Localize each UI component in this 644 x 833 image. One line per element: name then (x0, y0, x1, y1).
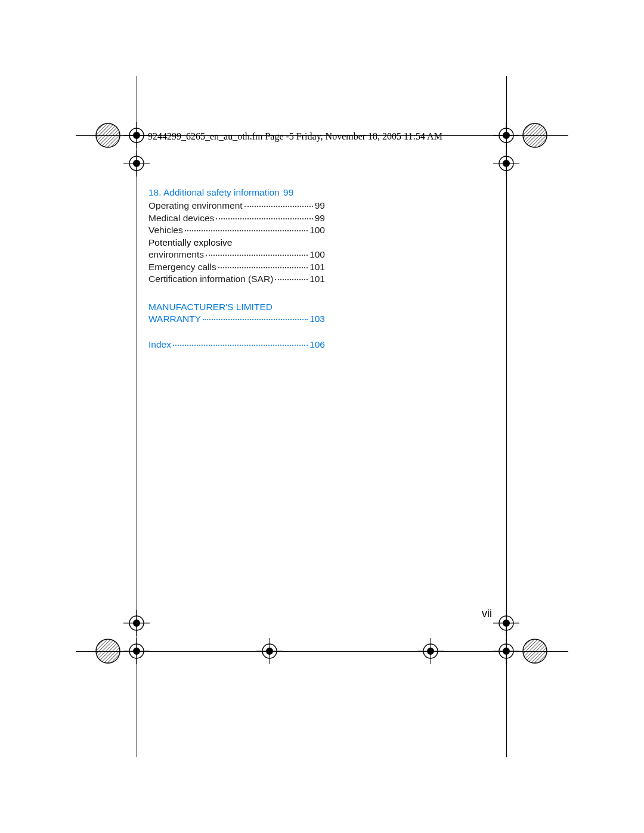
globe-mark-icon (95, 122, 121, 148)
registration-mark-icon (417, 638, 444, 664)
toc-warranty-label: WARRANTY (148, 313, 201, 325)
toc-index-entry: Index 106 (148, 339, 325, 351)
toc-entry-label: Certification information (SAR) (148, 273, 273, 285)
toc-section-page: 99 (283, 187, 293, 197)
toc-entry-page: 101 (309, 273, 325, 285)
svg-point-39 (427, 648, 434, 655)
svg-point-15 (503, 160, 510, 167)
toc-list: Operating environment99Medical devices99… (148, 200, 325, 285)
registration-mark-icon (493, 638, 519, 664)
toc-entry-page: 101 (309, 261, 325, 273)
toc-dots (244, 206, 313, 207)
toc-entry-page: 100 (309, 249, 325, 261)
toc-entry-page: 99 (315, 200, 325, 212)
toc-entry: Vehicles100 (148, 224, 325, 236)
svg-point-19 (133, 620, 140, 627)
svg-point-27 (503, 620, 510, 627)
toc-entry-label: Medical devices (148, 212, 214, 224)
toc-entry: Medical devices99 (148, 212, 325, 224)
toc-dots (203, 319, 308, 320)
toc-section-title: Additional safety information (163, 187, 280, 197)
svg-point-31 (503, 648, 510, 655)
toc-entry-label: Vehicles (148, 224, 183, 236)
registration-mark-icon (493, 610, 519, 636)
toc-warranty-line1: MANUFACTURER'S LIMITED (148, 301, 325, 313)
toc-entry-label: environments (148, 249, 204, 261)
svg-point-7 (133, 160, 140, 167)
globe-mark-icon (95, 638, 121, 664)
manual-page: 9244299_6265_en_au_oth.fm Page -5 Friday… (0, 0, 644, 833)
toc-dots (218, 267, 308, 268)
toc-entry: Emergency calls101 (148, 261, 325, 273)
toc-entry-label: Operating environment (148, 200, 243, 212)
toc-entry-label: Emergency calls (148, 261, 216, 273)
svg-point-23 (133, 648, 140, 655)
toc-entry: Operating environment99 (148, 200, 325, 212)
toc-entry-page: 99 (315, 212, 325, 224)
svg-point-35 (266, 648, 273, 655)
svg-point-11 (503, 132, 510, 139)
page-number: vii (482, 608, 492, 620)
toc-warranty-line2: WARRANTY 103 (148, 313, 325, 325)
toc-entry: Certification information (SAR)101 (148, 273, 325, 285)
svg-point-3 (133, 132, 140, 139)
toc-warranty-heading: MANUFACTURER'S LIMITED WARRANTY 103 (148, 301, 325, 326)
toc-dots (206, 255, 308, 256)
globe-mark-icon (522, 122, 548, 148)
globe-mark-icon (522, 638, 548, 664)
toc-entry-page: 100 (309, 224, 325, 236)
toc-dots (216, 218, 312, 219)
registration-mark-icon (493, 122, 519, 148)
toc-entry-label: Potentially explosive (148, 237, 325, 249)
registration-mark-icon (493, 150, 519, 176)
toc-section-heading: 18. Additional safety information 99 (148, 187, 325, 199)
registration-mark-icon (123, 610, 150, 636)
toc-index-label: Index (148, 339, 171, 351)
registration-mark-icon (123, 122, 150, 148)
toc-dots (173, 345, 308, 346)
toc-index-page: 106 (309, 339, 325, 351)
toc-dots (275, 279, 308, 280)
toc-entry: environments100 (148, 249, 325, 261)
toc-section-number: 18. (148, 187, 162, 197)
registration-mark-icon (123, 638, 150, 664)
registration-mark-icon (256, 638, 283, 664)
header-fileinfo: 9244299_6265_en_au_oth.fm Page -5 Friday… (148, 131, 442, 142)
toc-warranty-page: 103 (309, 313, 325, 325)
toc-dots (185, 230, 308, 231)
registration-mark-icon (123, 150, 150, 176)
table-of-contents: 18. Additional safety information 99 Ope… (148, 187, 325, 351)
